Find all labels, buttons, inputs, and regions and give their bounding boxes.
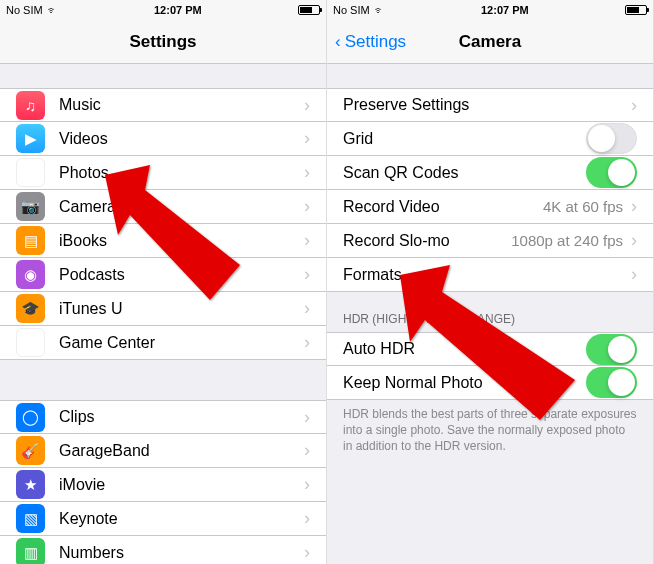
settings-row-camera[interactable]: 📷Camera› <box>0 190 326 224</box>
row-label: Formats <box>343 266 631 284</box>
settings-list[interactable]: ♫Music›▶Videos›✿Photos›📷Camera›▤iBooks›◉… <box>0 64 326 564</box>
back-label: Settings <box>345 32 406 52</box>
clips-icon: ◯ <box>16 403 45 432</box>
imovie-icon: ★ <box>16 470 45 499</box>
camera-settings-list[interactable]: Preserve Settings›GridScan QR CodesRecor… <box>327 64 653 564</box>
settings-row-numbers[interactable]: ▥Numbers› <box>0 536 326 564</box>
carrier-text: No SIM <box>6 4 43 16</box>
toggle-switch[interactable] <box>586 367 637 398</box>
keynote-icon: ▧ <box>16 504 45 533</box>
toggle-switch[interactable] <box>586 123 637 154</box>
chevron-right-icon: › <box>304 474 310 495</box>
carrier-text: No SIM <box>333 4 370 16</box>
nav-title: Settings <box>0 32 326 52</box>
chevron-right-icon: › <box>304 95 310 116</box>
chevron-right-icon: › <box>304 196 310 217</box>
row-label: Camera <box>59 198 304 216</box>
camera-icon: 📷 <box>16 192 45 221</box>
settings-row-music[interactable]: ♫Music› <box>0 88 326 122</box>
row-label: iMovie <box>59 476 304 494</box>
row-label: Clips <box>59 408 304 426</box>
nav-bar: ‹ Settings Camera <box>327 20 653 64</box>
chevron-right-icon: › <box>304 298 310 319</box>
row-label: Game Center <box>59 334 304 352</box>
photos-icon: ✿ <box>16 158 45 187</box>
back-button[interactable]: ‹ Settings <box>327 32 406 52</box>
chevron-right-icon: › <box>631 230 637 251</box>
chevron-right-icon: › <box>304 407 310 428</box>
battery-icon <box>625 5 647 15</box>
chevron-right-icon: › <box>304 230 310 251</box>
settings-row-podcasts[interactable]: ◉Podcasts› <box>0 258 326 292</box>
camera-row-grid[interactable]: Grid <box>327 122 653 156</box>
settings-row-itunes-u[interactable]: 🎓iTunes U› <box>0 292 326 326</box>
row-label: Keynote <box>59 510 304 528</box>
garageband-icon: 🎸 <box>16 436 45 465</box>
hdr-section-footer: HDR blends the best parts of three separ… <box>327 400 653 463</box>
left-screenshot: No SIM ᯤ 12:07 PM Settings ♫Music›▶Video… <box>0 0 327 564</box>
battery-icon <box>298 5 320 15</box>
podcasts-icon: ◉ <box>16 260 45 289</box>
chevron-right-icon: › <box>304 508 310 529</box>
camera-row-formats[interactable]: Formats› <box>327 258 653 292</box>
settings-row-videos[interactable]: ▶Videos› <box>0 122 326 156</box>
row-label: Record Slo-mo <box>343 232 511 250</box>
row-label: Music <box>59 96 304 114</box>
settings-row-game-center[interactable]: ●●Game Center› <box>0 326 326 360</box>
row-label: Scan QR Codes <box>343 164 586 182</box>
row-label: Keep Normal Photo <box>343 374 586 392</box>
row-value: 4K at 60 fps <box>543 198 623 215</box>
toggle-switch[interactable] <box>586 334 637 365</box>
settings-row-clips[interactable]: ◯Clips› <box>0 400 326 434</box>
row-value: 1080p at 240 fps <box>511 232 623 249</box>
camera-row-record-video[interactable]: Record Video4K at 60 fps› <box>327 190 653 224</box>
row-label: Numbers <box>59 544 304 562</box>
wifi-icon: ᯤ <box>47 4 58 16</box>
right-screenshot: No SIM ᯤ 12:07 PM ‹ Settings Camera Pres… <box>327 0 654 564</box>
chevron-right-icon: › <box>631 95 637 116</box>
wifi-icon: ᯤ <box>374 4 385 16</box>
hdr-section-header: HDR (HIGH DYNAMIC RANGE) <box>327 292 653 332</box>
chevron-left-icon: ‹ <box>335 32 341 52</box>
camera-row-keep-normal-photo[interactable]: Keep Normal Photo <box>327 366 653 400</box>
row-label: Grid <box>343 130 586 148</box>
camera-row-record-slo-mo[interactable]: Record Slo-mo1080p at 240 fps› <box>327 224 653 258</box>
status-bar: No SIM ᯤ 12:07 PM <box>0 0 326 20</box>
chevron-right-icon: › <box>304 440 310 461</box>
clock: 12:07 PM <box>154 4 202 16</box>
status-bar: No SIM ᯤ 12:07 PM <box>327 0 653 20</box>
row-label: iBooks <box>59 232 304 250</box>
settings-row-photos[interactable]: ✿Photos› <box>0 156 326 190</box>
chevron-right-icon: › <box>304 332 310 353</box>
chevron-right-icon: › <box>631 196 637 217</box>
chevron-right-icon: › <box>304 128 310 149</box>
row-label: Podcasts <box>59 266 304 284</box>
chevron-right-icon: › <box>631 264 637 285</box>
toggle-switch[interactable] <box>586 157 637 188</box>
camera-row-auto-hdr[interactable]: Auto HDR <box>327 332 653 366</box>
ibooks-icon: ▤ <box>16 226 45 255</box>
row-label: Auto HDR <box>343 340 586 358</box>
itunes-u-icon: 🎓 <box>16 294 45 323</box>
row-label: Photos <box>59 164 304 182</box>
settings-row-imovie[interactable]: ★iMovie› <box>0 468 326 502</box>
row-label: GarageBand <box>59 442 304 460</box>
settings-row-keynote[interactable]: ▧Keynote› <box>0 502 326 536</box>
row-label: Record Video <box>343 198 543 216</box>
camera-row-preserve-settings[interactable]: Preserve Settings› <box>327 88 653 122</box>
camera-row-scan-qr-codes[interactable]: Scan QR Codes <box>327 156 653 190</box>
row-label: Preserve Settings <box>343 96 631 114</box>
settings-row-garageband[interactable]: 🎸GarageBand› <box>0 434 326 468</box>
chevron-right-icon: › <box>304 542 310 563</box>
nav-bar: Settings <box>0 20 326 64</box>
chevron-right-icon: › <box>304 264 310 285</box>
clock: 12:07 PM <box>481 4 529 16</box>
game-center-icon: ●● <box>16 328 45 357</box>
row-label: Videos <box>59 130 304 148</box>
numbers-icon: ▥ <box>16 538 45 564</box>
row-label: iTunes U <box>59 300 304 318</box>
settings-row-ibooks[interactable]: ▤iBooks› <box>0 224 326 258</box>
music-icon: ♫ <box>16 91 45 120</box>
chevron-right-icon: › <box>304 162 310 183</box>
videos-icon: ▶ <box>16 124 45 153</box>
